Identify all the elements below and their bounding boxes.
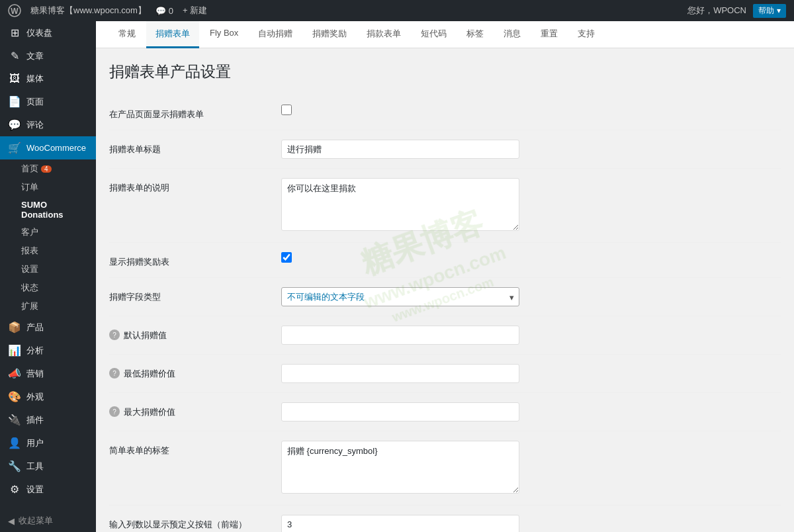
tab-general[interactable]: 常规 <box>109 21 145 48</box>
sidebar-label-orders: 订单 <box>21 181 38 193</box>
products-icon: 📦 <box>8 321 21 333</box>
sidebar-item-comments[interactable]: 💬 评论 <box>0 113 96 136</box>
site-name[interactable]: 糖果博客【www.wpocn.com】 <box>30 5 146 17</box>
input-max-value[interactable] <box>281 402 519 421</box>
tab-flybox[interactable]: Fly Box <box>200 21 247 48</box>
sidebar-label-extensions: 扩展 <box>21 300 38 312</box>
page-title: 捐赠表单产品设置 <box>109 62 781 82</box>
dashboard-icon: ⊞ <box>8 26 21 39</box>
pages-icon: 📄 <box>8 95 21 108</box>
sidebar-label-pages: 页面 <box>26 96 44 108</box>
input-predefined-count[interactable] <box>281 515 519 532</box>
tab-donation-table[interactable]: 捐款表单 <box>357 21 410 48</box>
help-icon-default-value[interactable]: ? <box>109 330 120 340</box>
woocommerce-icon: 🛒 <box>8 142 21 154</box>
sidebar-item-pages[interactable]: 📄 页面 <box>0 90 96 113</box>
label-show-on-product-page: 在产品页面显示捐赠表单 <box>109 105 281 120</box>
label-default-value: ?默认捐赠值 <box>109 326 281 341</box>
control-default-value <box>281 326 781 345</box>
sidebar-item-settings-menu[interactable]: ⚙ 设置 <box>0 478 96 501</box>
sidebar-item-dashboard[interactable]: ⊞ 仪表盘 <box>0 21 96 44</box>
label-form-title: 捐赠表单标题 <box>109 140 281 155</box>
sidebar-label-customers: 客户 <box>21 226 38 238</box>
form-row-form-title: 捐赠表单标题 <box>109 130 781 169</box>
label-max-value: ?最大捐赠价值 <box>109 402 281 418</box>
sidebar-sub-reports[interactable]: 报表 <box>0 242 96 260</box>
sidebar-item-products[interactable]: 📦 产品 <box>0 316 96 339</box>
sidebar-item-marketing[interactable]: 📣 营销 <box>0 362 96 385</box>
textarea-simple-label[interactable] <box>281 441 519 494</box>
sidebar-item-plugins[interactable]: 🔌 插件 <box>0 408 96 431</box>
select-wrapper-field-type: 不可编辑的文本字段可编辑的文本字段输入框 <box>281 287 519 306</box>
label-field-type: 捐赠字段类型 <box>109 287 281 303</box>
select-field-type[interactable]: 不可编辑的文本字段可编辑的文本字段输入框 <box>281 287 519 306</box>
sidebar-sub-home[interactable]: 首页 4 <box>0 159 96 178</box>
settings-page: 捐赠表单产品设置 在产品页面显示捐赠表单捐赠表单标题捐赠表单的说明显示捐赠奖励表… <box>96 48 794 532</box>
users-icon: 👤 <box>8 437 21 449</box>
new-button[interactable]: + 新建 <box>183 5 207 17</box>
tab-support[interactable]: 支持 <box>568 21 604 48</box>
textarea-form-description[interactable] <box>281 178 519 231</box>
tab-tags[interactable]: 标签 <box>457 21 493 48</box>
label-simple-label: 简单表单的标签 <box>109 441 281 457</box>
tab-messages[interactable]: 消息 <box>494 21 530 48</box>
sidebar-item-tools[interactable]: 🔧 工具 <box>0 455 96 478</box>
sidebar-label-marketing: 营销 <box>26 368 44 380</box>
control-field-type: 不可编辑的文本字段可编辑的文本字段输入框 <box>281 287 781 306</box>
help-icon-max-value[interactable]: ? <box>109 406 120 417</box>
sidebar-item-users[interactable]: 👤 用户 <box>0 431 96 455</box>
tab-donation-form[interactable]: 捐赠表单 <box>146 21 199 48</box>
sidebar-label-analytics: 分析 <box>26 345 44 357</box>
admin-bar-left: W 糖果博客【www.wpocn.com】 💬 0 + 新建 <box>8 4 207 17</box>
comments-icon: 💬 <box>8 118 21 131</box>
wp-logo-icon[interactable]: W <box>8 4 21 17</box>
sidebar-item-posts[interactable]: ✎ 文章 <box>0 44 96 67</box>
sidebar-label-sumo: SUMO Donations <box>21 200 88 220</box>
sidebar-item-media[interactable]: 🖼 媒体 <box>0 67 96 90</box>
control-predefined-count <box>281 515 781 532</box>
input-form-title[interactable] <box>281 140 519 159</box>
sidebar-item-woocommerce[interactable]: 🛒 WooCommerce <box>0 136 96 159</box>
collapse-label: 收起菜单 <box>19 515 53 527</box>
sidebar-sub-settings[interactable]: 设置 <box>0 260 96 279</box>
form-container: 在产品页面显示捐赠表单捐赠表单标题捐赠表单的说明显示捐赠奖励表捐赠字段类型不可编… <box>109 95 781 532</box>
collapse-icon: ◀ <box>8 516 15 526</box>
input-default-value[interactable] <box>281 326 519 345</box>
tab-bar: 常规捐赠表单Fly Box自动捐赠捐赠奖励捐款表单短代码标签消息重置支持 <box>96 21 794 48</box>
help-button[interactable]: 帮助 ▾ <box>753 4 786 18</box>
form-row-show-on-product-page: 在产品页面显示捐赠表单 <box>109 95 781 130</box>
sidebar-item-appearance[interactable]: 🎨 外观 <box>0 385 96 408</box>
sidebar-label-plugins: 插件 <box>26 414 44 426</box>
tab-donation-reward[interactable]: 捐赠奖励 <box>303 21 356 48</box>
plugins-icon: 🔌 <box>8 414 21 426</box>
tools-icon: 🔧 <box>8 460 21 472</box>
sidebar-sub-status[interactable]: 状态 <box>0 279 96 297</box>
form-row-field-type: 捐赠字段类型不可编辑的文本字段可编辑的文本字段输入框 <box>109 278 781 316</box>
sidebar-sub-customers[interactable]: 客户 <box>0 223 96 242</box>
control-form-title <box>281 140 781 159</box>
sidebar-sub-extensions[interactable]: 扩展 <box>0 297 96 316</box>
marketing-icon: 📣 <box>8 367 21 380</box>
tab-reset[interactable]: 重置 <box>531 21 567 48</box>
sidebar: ⊞ 仪表盘 ✎ 文章 🖼 媒体 📄 页面 💬 评论 🛒 WooCommerce … <box>0 21 96 532</box>
sidebar-label-status: 状态 <box>21 282 38 294</box>
sidebar-label-media: 媒体 <box>26 73 44 85</box>
form-row-simple-label: 简单表单的标签 <box>109 431 781 506</box>
sidebar-sub-sumo[interactable]: SUMO Donations <box>0 197 96 223</box>
tab-auto-donation[interactable]: 自动捐赠 <box>249 21 302 48</box>
svg-text:W: W <box>11 7 19 16</box>
input-show-leaderboard[interactable] <box>281 252 292 263</box>
sidebar-sub-orders[interactable]: 订单 <box>0 178 96 197</box>
help-icon-min-value[interactable]: ? <box>109 368 120 378</box>
form-row-show-leaderboard: 显示捐赠奖励表 <box>109 243 781 278</box>
control-form-description <box>281 178 781 233</box>
sidebar-collapse-button[interactable]: ◀ 收起菜单 <box>0 510 96 532</box>
form-row-default-value: ?默认捐赠值 <box>109 316 781 355</box>
tab-shortcode[interactable]: 短代码 <box>412 21 456 48</box>
input-min-value[interactable] <box>281 364 519 383</box>
comment-count[interactable]: 💬 0 <box>155 6 173 16</box>
input-show-on-product-page[interactable] <box>281 105 292 115</box>
sidebar-item-analytics[interactable]: 📊 分析 <box>0 339 96 362</box>
admin-bar-right: 您好，WPOCN 帮助 ▾ <box>687 4 786 18</box>
sidebar-label-products: 产品 <box>26 322 44 333</box>
